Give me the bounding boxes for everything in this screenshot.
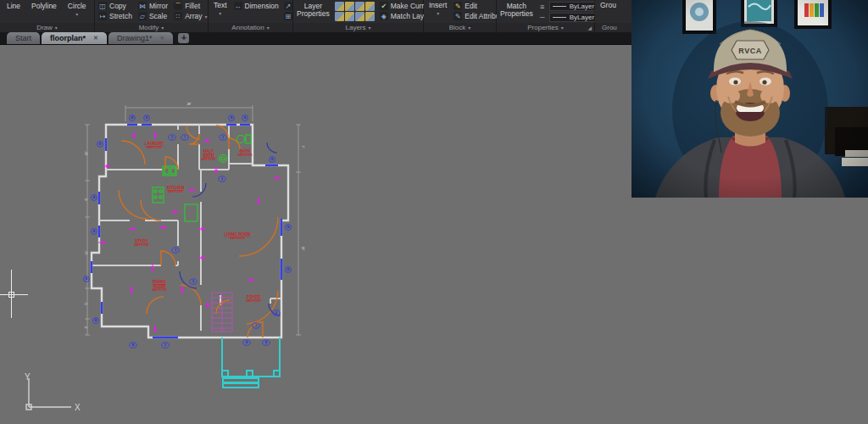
door-swing-arc <box>141 200 161 220</box>
door-tag-label: 2 <box>222 136 224 139</box>
ribbon-panel-block: Insert▾ ✎Edit ✎Edit Attributes▾ Block▾ <box>424 0 497 32</box>
room-sublabel: MAIN FLOOR <box>152 288 166 292</box>
layer-tool-icon[interactable] <box>335 2 344 11</box>
chevron-down-icon: ▾ <box>468 25 470 31</box>
stretch-icon: ↦ <box>98 12 107 20</box>
properties-panel-title[interactable]: Properties▾◢ <box>497 23 594 32</box>
layer-tool-icon[interactable] <box>355 2 364 11</box>
ribbon-panel-properties: Match Properties ≡ ByLayer▼ ┄ ByLayer▼ P… <box>497 0 595 32</box>
room-sublabel: MAIN FLOOR <box>147 146 161 149</box>
room-label: BATH <box>203 153 214 158</box>
group-button[interactable]: Grou <box>598 1 618 9</box>
room-sublabel: MAIN FLOOR <box>201 158 215 161</box>
floorplan-drawing[interactable]: BBBBBBBBBBBB21243416B5BBLAUNDRYMAIN FLOO… <box>81 92 335 388</box>
outlet-symbol <box>190 188 198 192</box>
window-tag-label: B <box>86 277 88 281</box>
fillet-button[interactable]: ⌒Fillet <box>174 1 207 11</box>
array-button[interactable]: ∷Array▾ <box>174 11 207 21</box>
ucs-icon[interactable]: Y X <box>14 371 90 421</box>
annotation-panel-title[interactable]: Annotation▾ <box>209 23 292 32</box>
window-tag-label: B <box>146 116 148 120</box>
layer-tool-icon[interactable] <box>335 12 344 21</box>
window-tag-label: B <box>131 116 134 120</box>
lineweight-icon: ≡ <box>538 3 547 11</box>
room-label: ROOM <box>153 284 165 288</box>
dimension-label: 37' <box>301 246 305 250</box>
block-panel-title[interactable]: Block▾ <box>424 23 496 32</box>
window-tag-label: B <box>271 158 274 161</box>
window-tag-label: B <box>287 268 290 271</box>
toilet-fixture <box>237 135 252 143</box>
room-label: LAUNDRY <box>145 142 164 146</box>
layer-tool-icon[interactable] <box>345 12 354 21</box>
door-swing-arc <box>229 138 240 149</box>
line-button[interactable]: Line <box>5 2 22 19</box>
dialog-launcher-icon[interactable]: ◢ <box>587 25 592 31</box>
door-swing-arc <box>121 141 145 165</box>
webcam-overlay: RVCA <box>632 0 868 198</box>
layer-tool-icon[interactable] <box>345 2 354 11</box>
insert-button[interactable]: Insert▾ <box>427 1 448 18</box>
window-tag-label: B <box>93 230 96 233</box>
outlet-symbol <box>130 286 133 293</box>
door-swing-arc <box>161 251 175 265</box>
wiring-arc <box>267 142 277 153</box>
modify-panel-title[interactable]: Modify▾ <box>95 23 208 32</box>
match-properties-button[interactable]: Match Properties <box>500 1 533 18</box>
stretch-button[interactable]: ↦Stretch <box>98 11 132 21</box>
tab-floorplan[interactable]: floorplan*✕ <box>42 32 107 44</box>
room-sublabel: MAIN FLOOR <box>134 243 148 247</box>
close-tab-icon[interactable]: ✕ <box>159 35 164 42</box>
line-sample <box>553 17 566 18</box>
scale-button[interactable]: ▱Scale <box>138 11 168 21</box>
door-tag-label: 2 <box>171 136 173 139</box>
door-tag-label: 1 <box>255 324 257 327</box>
layer-tool-icon[interactable] <box>365 2 375 11</box>
new-tab-button[interactable]: + <box>178 33 189 43</box>
tab-drawing1[interactable]: Drawing1*✕ <box>108 32 173 44</box>
polyline-button[interactable]: Polyline <box>30 2 58 19</box>
door-tag-label: 6 <box>275 311 277 315</box>
chevron-down-icon: ▾ <box>437 9 439 18</box>
dimension-label: 6' <box>84 198 88 200</box>
dimension-label: 5' <box>84 302 88 304</box>
window-tag-label: B <box>287 226 290 229</box>
chevron-down-icon: ▾ <box>369 25 371 31</box>
outlet-symbol <box>153 131 157 138</box>
door-swing-arc <box>147 297 164 314</box>
mirror-button[interactable]: ⋈Mirror <box>138 1 168 11</box>
fillet-icon: ⌒ <box>174 2 182 10</box>
dimension-icon: ↔ <box>234 2 242 10</box>
layers-panel-title[interactable]: Layers▾ <box>293 23 423 32</box>
dimension-label: 16' <box>84 151 88 155</box>
staircase <box>212 293 232 332</box>
circle-button[interactable]: Circle▾ <box>66 2 88 19</box>
porch-step <box>223 378 259 382</box>
room-label: LIVING ROOM <box>225 232 251 237</box>
stove-fixture <box>153 187 164 203</box>
outlet-symbol <box>275 176 282 180</box>
ucs-x-label: X <box>75 403 81 412</box>
door-tag-label: B <box>246 341 248 344</box>
room-label: KITCHEN <box>167 186 185 190</box>
door-tag-label: 1 <box>184 136 186 139</box>
layer-tool-icon[interactable] <box>365 12 375 21</box>
dimension-button[interactable]: ↔Dimension <box>234 1 279 11</box>
tab-start[interactable]: Start <box>7 32 40 44</box>
text-button[interactable]: Text▾ <box>212 1 229 18</box>
close-tab-icon[interactable]: ✕ <box>93 35 98 42</box>
layer-properties-button[interactable]: Layer Properties <box>297 1 330 18</box>
webcam-vignette <box>632 0 868 198</box>
draw-panel-title[interactable]: Draw▾ <box>0 23 94 32</box>
room-sublabel: MAIN FLOOR <box>230 237 244 240</box>
edit-attributes-icon: ✎ <box>453 12 462 20</box>
copy-button[interactable]: ◫Copy <box>98 1 132 11</box>
make-current-icon: ✔ <box>380 2 388 10</box>
layer-tool-icon[interactable] <box>355 12 364 21</box>
porch-post <box>247 371 253 377</box>
line-sample <box>553 6 566 7</box>
window-tag-label: B <box>99 142 102 146</box>
ribbon-panel-modify: ◫Copy ⋈Mirror ⌒Fillet ✂ ↦Stretch ▱Scale … <box>95 0 209 32</box>
exterior-walls <box>92 125 288 338</box>
door-swing-arc <box>181 285 201 305</box>
